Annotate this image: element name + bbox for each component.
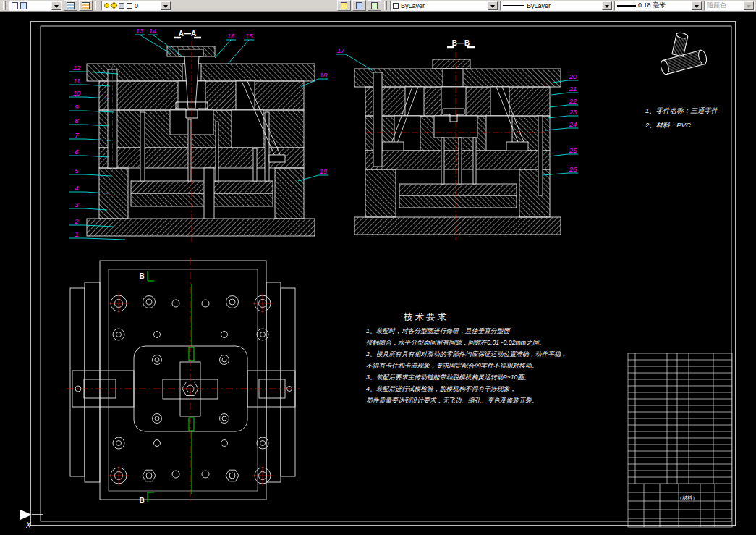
- model-space[interactable]: A—A: [0, 12, 756, 535]
- layer-states-button[interactable]: [79, 0, 93, 11]
- svg-text:2: 2: [74, 217, 79, 225]
- current-plot-style: 随颜色: [707, 1, 726, 10]
- lineweight-sample: [617, 5, 636, 7]
- layer-properties-button[interactable]: [64, 0, 77, 11]
- style-table-icon: [20, 2, 27, 9]
- callout-23: 23: [548, 108, 578, 118]
- current-layer-name: 0: [135, 2, 138, 9]
- svg-text:18: 18: [320, 71, 328, 79]
- svg-text:14: 14: [149, 27, 157, 35]
- sun-icon[interactable]: [111, 2, 118, 9]
- layer-previous-icon: [371, 2, 378, 9]
- drawing-svg[interactable]: A—A: [0, 12, 756, 535]
- current-color: ByLayer: [401, 2, 425, 9]
- svg-text:12: 12: [73, 64, 81, 72]
- ucs-x-label: X: [25, 521, 31, 529]
- material-cell-label: （材料）: [677, 495, 697, 501]
- callout-16: 16: [215, 32, 236, 58]
- iso-part-view[interactable]: [653, 26, 708, 75]
- ucs-icon: X: [20, 510, 43, 529]
- callout-17: 17: [336, 46, 373, 71]
- plan-view[interactable]: [70, 261, 295, 500]
- plot-style-combo: 随颜色: [704, 1, 755, 11]
- section-label-aa: A—A: [179, 30, 196, 38]
- tech-req-line-6: 4、装配后进行试模检验，脱模机构不得有干涉现象，: [366, 385, 516, 392]
- bulb-icon[interactable]: [104, 3, 109, 8]
- svg-text:8: 8: [75, 117, 79, 125]
- current-linetype: ByLayer: [527, 2, 551, 9]
- plan-section-label-bottom: B: [139, 497, 144, 505]
- svg-text:19: 19: [320, 167, 328, 175]
- callout-24: 24: [545, 120, 578, 130]
- toolbar-grip-2[interactable]: [95, 1, 98, 10]
- centerlines-plan: [67, 258, 300, 502]
- color-combo[interactable]: ByLayer: [390, 1, 498, 11]
- color-combo-arrow[interactable]: [488, 1, 498, 10]
- tech-requirements: 技术要求 1、装配时，对各分型面进行修研，且使垂直分型面 接触吻合，水平分型面间…: [365, 312, 567, 404]
- svg-text:4: 4: [75, 184, 78, 192]
- section-view-bb[interactable]: [354, 59, 561, 235]
- tech-req-line-3: 2、模具所有具有相对滑动的零部件均应保证运动位置准确，动作平稳，: [365, 350, 567, 358]
- callout-25: 25: [549, 146, 578, 156]
- tech-req-line-4: 不得有卡住和卡滞现象，要求固定配合的零件不得相对移动。: [366, 362, 538, 369]
- svg-text:11: 11: [73, 77, 80, 85]
- layer-combo[interactable]: 0: [101, 1, 171, 11]
- linetype-sample: [503, 5, 524, 6]
- svg-text:7: 7: [75, 131, 79, 139]
- make-layer-current-icon: [341, 2, 347, 9]
- svg-text:24: 24: [569, 120, 577, 128]
- svg-text:23: 23: [569, 108, 577, 116]
- svg-text:20: 20: [569, 72, 577, 80]
- toolbar-grip[interactable]: [3, 1, 6, 10]
- tech-req-line-5: 3、装配后要求主传动链能带动脱模机构灵活转动9~10圈。: [366, 374, 530, 381]
- style-combo[interactable]: [9, 1, 62, 11]
- svg-text:16: 16: [227, 32, 235, 40]
- current-lineweight: 0.18 毫米: [638, 1, 666, 10]
- svg-text:26: 26: [569, 165, 577, 173]
- layer-color-chip: [127, 3, 132, 9]
- svg-text:13: 13: [136, 27, 144, 35]
- svg-text:15: 15: [245, 32, 253, 40]
- update-layer-button[interactable]: [352, 0, 366, 11]
- linetype-combo-arrow[interactable]: [602, 1, 612, 10]
- current-color-chip: [393, 3, 399, 9]
- section-label-bb: B—B: [452, 39, 470, 47]
- title-block: [628, 353, 732, 527]
- callout-22: 22: [550, 97, 578, 107]
- tech-req-line-7: 塑件质量要达到设计要求，无飞边、缩孔、变色及修装开裂。: [366, 397, 538, 404]
- svg-text:6: 6: [75, 148, 79, 156]
- svg-text:25: 25: [569, 146, 577, 154]
- tech-req-line-2: 接触吻合，水平分型面间留有间隙，间隙在0.01~0.02mm之间。: [366, 339, 545, 346]
- svg-text:10: 10: [73, 89, 81, 97]
- lineweight-combo[interactable]: 0.18 毫米: [614, 1, 702, 11]
- part-note-2: 2、材料：PVC: [645, 121, 691, 129]
- layer-states-icon: [82, 2, 90, 9]
- svg-text:22: 22: [569, 97, 577, 105]
- svg-text:1: 1: [75, 230, 78, 238]
- update-layer-icon: [356, 2, 362, 9]
- layer-combo-arrow[interactable]: [161, 1, 171, 10]
- lineweight-combo-arrow[interactable]: [692, 1, 702, 10]
- toolbar: 0 ByLayer ByLayer 0.18 毫米 随颜色: [0, 0, 756, 12]
- part-note-1: 1、零件名称：三通零件: [645, 106, 719, 114]
- svg-text:17: 17: [337, 46, 345, 54]
- tech-req-line-1: 1、装配时，对各分型面进行修研，且使垂直分型面: [366, 327, 511, 334]
- section-line-b: [148, 271, 194, 502]
- toolbar-grip-3[interactable]: [384, 1, 387, 10]
- section-view-aa[interactable]: [87, 46, 315, 236]
- tech-requirements-title: 技术要求: [403, 312, 449, 322]
- linetype-combo[interactable]: ByLayer: [500, 1, 613, 11]
- layer-properties-icon: [67, 2, 75, 9]
- svg-text:9: 9: [75, 103, 79, 111]
- svg-text:5: 5: [75, 167, 79, 174]
- plan-section-label-top: B: [139, 272, 144, 280]
- layer-previous-button[interactable]: [368, 0, 381, 11]
- make-layer-current-button[interactable]: [337, 0, 351, 11]
- svg-text:21: 21: [569, 85, 577, 93]
- style-sheet-icon: [12, 2, 18, 9]
- plot-style-combo-arrow: [744, 1, 754, 10]
- svg-text:3: 3: [75, 201, 79, 208]
- autocad-window: 0 ByLayer ByLayer 0.18 毫米 随颜色: [0, 0, 756, 535]
- lock-icon[interactable]: [119, 3, 124, 9]
- style-combo-arrow[interactable]: [51, 1, 61, 10]
